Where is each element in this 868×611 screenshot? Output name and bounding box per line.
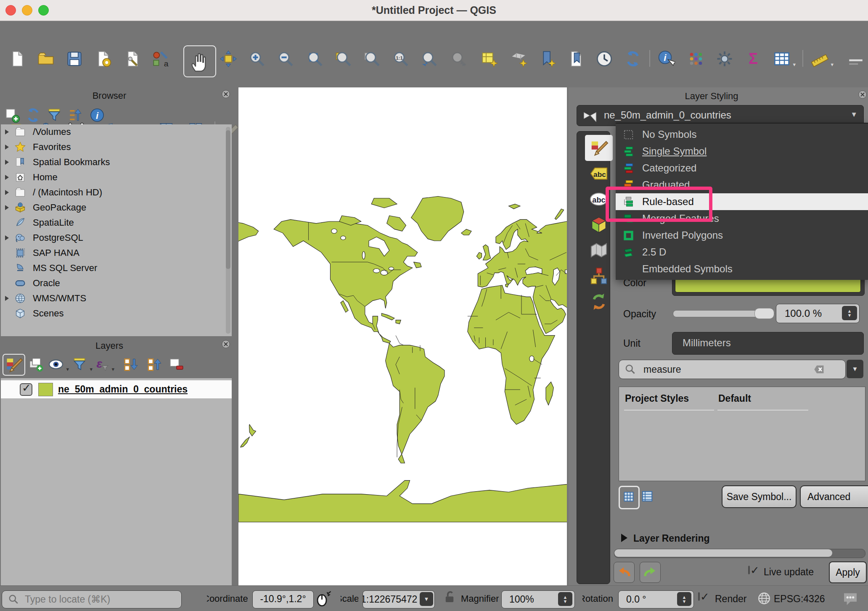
layers-style-brush-icon[interactable] xyxy=(3,354,25,376)
coordinate-box[interactable]: -10.9°,1.2° xyxy=(252,590,314,608)
tree-feather-icon xyxy=(14,217,28,229)
tab-brush-tree-icon[interactable] xyxy=(585,263,613,289)
styles-col-project[interactable]: Project Styles xyxy=(625,393,689,404)
opacity-slider-handle[interactable] xyxy=(754,308,774,319)
scale-dropdown-icon[interactable]: ▼ xyxy=(420,592,433,606)
browser-collapse-tree-icon[interactable] xyxy=(66,106,84,124)
scale-combo[interactable]: 1:122675472 ▼ xyxy=(363,590,435,608)
layer-name[interactable]: ne_50m_admin_0_countries xyxy=(58,384,188,395)
menu-item-embedded-symbols[interactable]: Embedded Symbols xyxy=(616,261,868,277)
sym-none-icon xyxy=(622,129,635,141)
render-label: Render xyxy=(715,593,746,605)
menu-item-2-5-d[interactable]: 2.5 D xyxy=(616,244,868,261)
layer-rendering-expand-icon[interactable] xyxy=(621,534,627,542)
layers-move-down-icon[interactable] xyxy=(122,356,140,373)
search-icon xyxy=(625,363,636,375)
extent-tracking-icon[interactable] xyxy=(315,590,332,608)
browser-item-spatial-bookmarks[interactable]: Spatial Bookmarks xyxy=(1,155,232,170)
browser-item-scenes[interactable]: Scenes xyxy=(1,306,232,321)
layer-row[interactable]: ✓ ne_50m_admin_0_countries xyxy=(1,380,232,398)
expand-arrow-icon[interactable] xyxy=(5,235,14,240)
expand-arrow-icon[interactable] xyxy=(5,160,14,165)
search-dropdown-button[interactable]: ▼ xyxy=(847,360,863,378)
render-checkbox[interactable]: ✓ xyxy=(698,592,700,601)
tab-history-icon[interactable] xyxy=(585,289,613,315)
style-undo-button[interactable] xyxy=(614,562,635,583)
layers-eye-icon[interactable]: ▾ xyxy=(47,356,65,373)
locator-box[interactable] xyxy=(2,590,182,608)
browser-item-geopackage[interactable]: GeoPackage xyxy=(1,200,232,215)
lock-scale-icon[interactable] xyxy=(442,590,457,608)
layer-visibility-checkbox[interactable]: ✓ xyxy=(20,383,32,396)
browser-close-icon[interactable] xyxy=(221,90,230,99)
rotation-spinbox[interactable]: 0.0 ° ▲▼ xyxy=(618,590,694,608)
browser-item-home[interactable]: Home xyxy=(1,170,232,185)
browser-info-circle-icon[interactable]: i xyxy=(88,106,106,124)
layer-color-swatch[interactable] xyxy=(38,383,53,396)
layers-funnel-icon[interactable]: ▾ xyxy=(71,356,88,373)
opacity-spinbox[interactable]: 100.0 % ▲▼ xyxy=(776,304,860,323)
browser-item-label: SpatiaLite xyxy=(33,217,74,228)
tab-brush-icon[interactable] xyxy=(585,135,613,161)
rotation-stepper[interactable]: ▲▼ xyxy=(677,592,691,606)
layers-epsilon-icon[interactable]: ε▾ xyxy=(93,356,110,373)
grid-view-button[interactable] xyxy=(619,486,640,509)
symbol-search-box[interactable] xyxy=(619,360,846,379)
browser-scrollbar[interactable] xyxy=(226,127,230,334)
layers-remove-layer-icon[interactable] xyxy=(167,356,185,373)
browser-item--volumes[interactable]: /Volumes xyxy=(1,124,232,140)
browser-item-favorites[interactable]: Favorites xyxy=(1,140,232,155)
menu-item-inverted-polygons[interactable]: Inverted Polygons xyxy=(616,227,868,244)
layers-add-group-icon[interactable] xyxy=(27,356,45,373)
browser-item-spatialite[interactable]: SpatiaLite xyxy=(1,215,232,230)
expand-arrow-icon[interactable] xyxy=(5,296,14,301)
expand-arrow-icon[interactable] xyxy=(5,145,14,150)
menu-item-single-symbol[interactable]: Single Symbol xyxy=(616,143,868,160)
layers-close-icon[interactable] xyxy=(221,340,230,349)
browser-item--macintosh-hd-[interactable]: / (Macintosh HD) xyxy=(1,185,232,200)
apply-button[interactable]: Apply xyxy=(829,561,867,583)
browser-add-layer-plus-icon[interactable] xyxy=(3,106,21,124)
coordinate-value: -10.9°,1.2° xyxy=(260,593,306,604)
browser-refresh-icon[interactable] xyxy=(24,106,42,124)
layer-rendering-label[interactable]: Layer Rendering xyxy=(633,533,710,544)
layers-move-up-icon[interactable] xyxy=(146,356,163,373)
magnifier-spinbox[interactable]: 100% ▲▼ xyxy=(501,590,575,608)
styling-hscrollbar-thumb[interactable] xyxy=(614,549,832,557)
expand-arrow-icon[interactable] xyxy=(5,129,14,134)
locator-input[interactable] xyxy=(24,593,177,606)
browser-item-oracle[interactable]: Oracle xyxy=(1,276,232,291)
tab-label-yellow-icon[interactable]: abc xyxy=(585,161,613,187)
tab-map-icon[interactable] xyxy=(585,237,613,263)
advanced-button[interactable]: Advanced xyxy=(800,485,868,508)
browser-item-wms-wmts[interactable]: WMS/WMTS xyxy=(1,291,232,306)
expand-arrow-icon[interactable] xyxy=(5,190,14,195)
browser-item-sap-hana[interactable]: SAP HANA xyxy=(1,245,232,261)
styles-col-default[interactable]: Default xyxy=(718,393,751,404)
layer-styling-close-icon[interactable] xyxy=(858,90,867,99)
unit-combo[interactable]: Millimeters xyxy=(672,332,864,355)
menu-item-categorized[interactable]: Categorized xyxy=(616,160,868,176)
menu-item-no-symbols[interactable]: No Symbols xyxy=(616,126,868,143)
magnifier-value: 100% xyxy=(509,594,534,605)
expand-arrow-icon[interactable] xyxy=(5,175,14,180)
crs-globe-icon[interactable] xyxy=(757,591,772,606)
live-update-checkbox[interactable]: ✓ xyxy=(748,566,750,574)
browser-item-postgresql[interactable]: PostgreSQL xyxy=(1,230,232,245)
expand-arrow-icon[interactable] xyxy=(5,205,14,210)
styling-hscrollbar[interactable] xyxy=(614,549,865,558)
clear-search-icon[interactable] xyxy=(813,363,825,375)
list-view-icon[interactable] xyxy=(641,490,654,503)
style-redo-button[interactable] xyxy=(640,562,661,583)
browser-item-ms-sql-server[interactable]: MS SQL Server xyxy=(1,261,232,276)
browser-funnel-icon[interactable] xyxy=(45,106,63,124)
magnifier-label: Magnifier xyxy=(461,593,499,604)
messages-icon[interactable] xyxy=(842,590,859,607)
styles-list[interactable]: Project Styles Default xyxy=(619,387,865,481)
opacity-stepper[interactable]: ▲▼ xyxy=(842,306,857,320)
map-canvas[interactable] xyxy=(238,87,567,585)
save-symbol-button[interactable]: Save Symbol... xyxy=(722,485,797,508)
magnifier-stepper[interactable]: ▲▼ xyxy=(558,592,572,606)
crs-label[interactable]: EPSG:4326 xyxy=(774,593,825,605)
symbol-search-input[interactable] xyxy=(643,362,804,377)
